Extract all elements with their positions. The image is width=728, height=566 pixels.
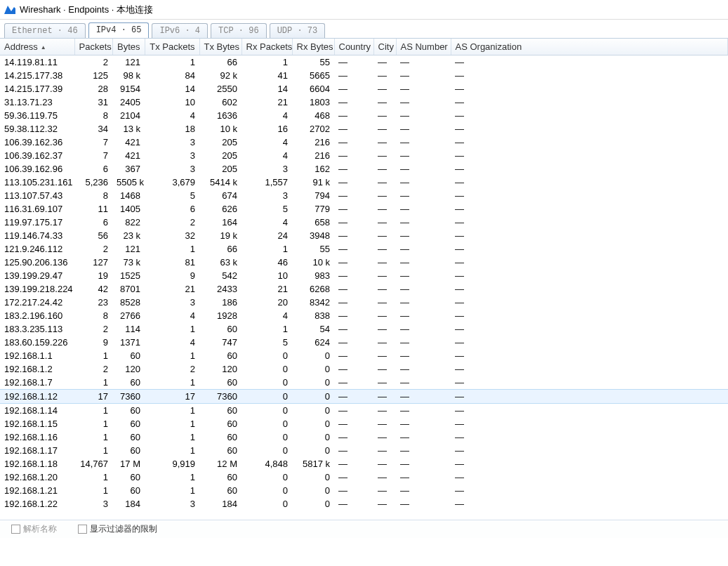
table-row[interactable]: 59.38.112.323413 k1810 k162702———— (0, 122, 728, 136)
cell-rxb: 779 (292, 202, 334, 216)
column-header-country[interactable]: Country (334, 39, 373, 55)
tab-ipv4[interactable]: IPv4 · 65 (88, 22, 150, 38)
column-header-addr[interactable]: Address▲ (0, 39, 74, 55)
cell-addr: 14.119.81.11 (0, 55, 74, 70)
table-row[interactable]: 192.168.1.2016016000———— (0, 470, 728, 484)
column-header-city[interactable]: City (373, 39, 396, 55)
table-row[interactable]: 192.168.1.116016000———— (0, 349, 728, 362)
cell-asn: — (396, 136, 451, 149)
table-row[interactable]: 116.31.69.10711140566265779———— (0, 202, 728, 216)
tab-tcp[interactable]: TCP · 96 (211, 23, 267, 38)
table-row[interactable]: 192.168.1.716016000———— (0, 376, 728, 390)
cell-city: — (373, 404, 396, 418)
cell-rxb: 8342 (292, 296, 334, 309)
table-row[interactable]: 113.105.231.1615,2365505 k3,6795414 k1,5… (0, 176, 728, 189)
table-row[interactable]: 125.90.206.13612773 k8163 k4610 k———— (0, 256, 728, 269)
table-row[interactable]: 31.13.71.2331240510602211803———— (0, 96, 728, 109)
cell-txp: 1 (145, 484, 199, 497)
column-header-rxp[interactable]: Rx Packets (241, 39, 292, 55)
column-header-txp[interactable]: Tx Packets (145, 39, 199, 55)
tab-ethernet[interactable]: Ethernet · 46 (4, 23, 86, 38)
cell-rxb: 0 (292, 404, 334, 418)
table-row[interactable]: 172.217.24.422385283186208342———— (0, 296, 728, 309)
table-row[interactable]: 139.199.218.224428701212433216268———— (0, 282, 728, 296)
cell-bytes: 114 (112, 322, 145, 336)
cell-txb: 60 (199, 444, 241, 457)
cell-rxb: 3948 (292, 229, 334, 242)
table-row[interactable]: 106.39.162.37742132054216———— (0, 149, 728, 162)
cell-rxb: 55 (292, 242, 334, 256)
table-row[interactable]: 192.168.1.223184318400———— (0, 497, 728, 511)
cell-country: — (334, 216, 373, 229)
cell-bytes: 120 (112, 362, 145, 376)
table-row[interactable]: 59.36.119.7582104416364468———— (0, 109, 728, 122)
table-row[interactable]: 183.2.196.16082766419284838———— (0, 309, 728, 322)
cell-rxb: 5817 k (292, 457, 334, 470)
cell-txb: 2433 (199, 282, 241, 296)
cell-rxp: 0 (241, 390, 292, 404)
cell-bytes: 2405 (112, 96, 145, 109)
table-row[interactable]: 192.168.1.1516016000———— (0, 417, 728, 430)
cell-bytes: 2104 (112, 109, 145, 122)
cell-rxp: 0 (241, 417, 292, 430)
column-header-aso[interactable]: AS Organization (451, 39, 728, 55)
cell-addr: 14.215.177.39 (0, 82, 74, 96)
cell-addr: 183.60.159.226 (0, 336, 74, 349)
column-header-bytes[interactable]: Bytes (112, 39, 145, 55)
cell-aso: — (451, 497, 728, 511)
table-row[interactable]: 192.168.1.22120212000———— (0, 362, 728, 376)
cell-pkts: 1 (74, 404, 112, 418)
cell-txp: 2 (145, 216, 199, 229)
table-row[interactable]: 192.168.1.1814,76717 M9,91912 M4,8485817… (0, 457, 728, 470)
table-row[interactable]: 119.146.74.335623 k3219 k243948———— (0, 229, 728, 242)
column-header-txb[interactable]: Tx Bytes (199, 39, 241, 55)
table-row[interactable]: 106.39.162.96636732053162———— (0, 162, 728, 176)
cell-bytes: 9154 (112, 82, 145, 96)
table-row[interactable]: 113.107.57.438146856743794———— (0, 189, 728, 202)
cell-txp: 17 (145, 390, 199, 404)
table-row[interactable]: 139.199.29.47191525954210983———— (0, 269, 728, 282)
table-row[interactable]: 192.168.1.1416016000———— (0, 404, 728, 418)
cell-asn: — (396, 322, 451, 336)
table-row[interactable]: 192.168.1.1716016000———— (0, 444, 728, 457)
tab-ipv6[interactable]: IPv6 · 4 (152, 23, 208, 38)
cell-rxp: 16 (241, 122, 292, 136)
cell-rxb: 0 (292, 470, 334, 484)
table-row[interactable]: 119.97.175.17682221644658———— (0, 216, 728, 229)
cell-rxp: 5 (241, 336, 292, 349)
cell-txp: 1 (145, 404, 199, 418)
cell-aso: — (451, 149, 728, 162)
cell-addr: 106.39.162.96 (0, 162, 74, 176)
cell-rxb: 91 k (292, 176, 334, 189)
column-header-pkts[interactable]: Packets (74, 39, 112, 55)
table-row[interactable]: 192.168.1.1217736017736000———— (0, 390, 728, 404)
table-row[interactable]: 183.3.235.1132114160154———— (0, 322, 728, 336)
column-header-asn[interactable]: AS Number (396, 39, 451, 55)
tab-udp[interactable]: UDP · 73 (270, 23, 326, 38)
table-row[interactable]: 14.215.177.39289154142550146604———— (0, 82, 728, 96)
limit-filter-checkbox[interactable]: 显示过滤器的限制 (78, 523, 157, 535)
column-header-rxb[interactable]: Rx Bytes (292, 39, 334, 55)
table-row[interactable]: 183.60.159.2269137147475624———— (0, 336, 728, 349)
cell-pkts: 1 (74, 430, 112, 444)
cell-country: — (334, 349, 373, 362)
table-row[interactable]: 106.39.162.36742132054216———— (0, 136, 728, 149)
cell-city: — (373, 96, 396, 109)
cell-bytes: 421 (112, 149, 145, 162)
cell-rxp: 21 (241, 282, 292, 296)
table-row[interactable]: 121.9.246.1122121166155———— (0, 242, 728, 256)
table-row[interactable]: 192.168.1.2116016000———— (0, 484, 728, 497)
cell-asn: — (396, 497, 451, 511)
cell-rxp: 4 (241, 309, 292, 322)
cell-aso: — (451, 282, 728, 296)
cell-bytes: 822 (112, 216, 145, 229)
table-row[interactable]: 192.168.1.1616016000———— (0, 430, 728, 444)
table-row[interactable]: 14.215.177.3812598 k8492 k415665———— (0, 69, 728, 82)
table-row[interactable]: 14.119.81.112121166155———— (0, 55, 728, 70)
cell-bytes: 60 (112, 376, 145, 390)
cell-bytes: 98 k (112, 69, 145, 82)
cell-country: — (334, 149, 373, 162)
cell-rxp: 46 (241, 256, 292, 269)
cell-rxb: 983 (292, 269, 334, 282)
cell-txb: 60 (199, 404, 241, 418)
